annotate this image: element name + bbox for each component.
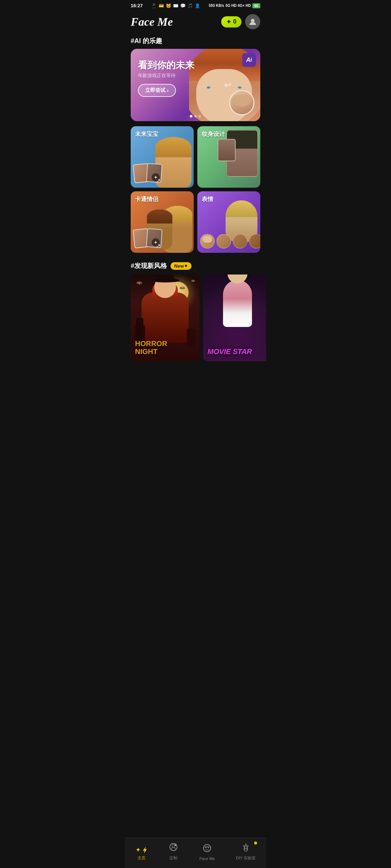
banner-dots	[190, 115, 201, 118]
dot-1	[190, 115, 193, 118]
banner-title: 看到你的未来	[138, 60, 194, 71]
network-type: 5G HD 4G+ HD	[226, 4, 251, 8]
status-time: 16:27	[131, 3, 143, 8]
future-baby-card[interactable]: 未来宝宝 + ↗	[131, 126, 194, 188]
emotion-faces-row	[200, 234, 260, 248]
horror-night-card[interactable]: 🦇 🦇 🦇 HORRORNIGHT	[131, 275, 199, 361]
try-now-button[interactable]: 立即尝试 ›	[138, 84, 176, 97]
coin-badge[interactable]: ✦ 0	[221, 16, 241, 27]
status-icons: 📱 💳 🐱 ✉️ 💬 🎵 👤	[151, 3, 200, 8]
status-right: 593 KB/s 5G HD 4G+ HD 95	[209, 3, 260, 8]
coin-star-icon: ✦	[226, 18, 231, 25]
battery-level: 95	[252, 3, 260, 8]
emo-face-1	[200, 234, 215, 248]
profile-button[interactable]	[245, 14, 260, 29]
movie-head	[228, 275, 248, 284]
mini-face-skin	[232, 95, 251, 106]
battery: 95	[252, 3, 260, 8]
mini-face-inner	[230, 91, 253, 114]
feature-cards-grid: 未来宝宝 + ↗ 纹身设计 卡通情侣	[131, 126, 260, 253]
network-speed: 593 KB/s	[209, 4, 224, 8]
movie-star-card[interactable]: Movie Star	[203, 275, 266, 361]
witch-hat-brim	[151, 278, 180, 282]
tattoo-card-label: 纹身设计	[202, 131, 225, 138]
status-bar: 16:27 📱 💳 🐱 ✉️ 💬 🎵 👤 593 KB/s 5G HD 4G+ …	[125, 0, 266, 11]
cartoon-couple-card[interactable]: 卡通情侣 + ↗	[131, 191, 194, 253]
cartoon-hair-2	[147, 209, 172, 224]
new-style-section: #发现新风格 New✦	[125, 256, 266, 273]
cartoon-photo-stack	[134, 229, 165, 249]
photo-stack	[134, 164, 165, 184]
svg-point-0	[251, 19, 255, 22]
person-icon	[249, 18, 257, 26]
dot-3	[199, 115, 201, 118]
tattoo-design-card[interactable]: 纹身设计	[197, 126, 260, 188]
cartoon-card-label: 卡通情侣	[135, 196, 158, 203]
ai-section-hash: #AI 的乐趣	[131, 37, 162, 44]
coin-count: 0	[233, 18, 236, 25]
emotion-card[interactable]: 表情	[197, 191, 260, 253]
bat-icon-1: 🦇	[136, 280, 142, 286]
horror-label: HORRORNIGHT	[135, 340, 167, 356]
baby-card-label: 未来宝宝	[135, 131, 158, 138]
arrow-icon: ›	[167, 88, 169, 93]
emo-face-4	[249, 234, 260, 248]
building-3	[187, 329, 196, 347]
movie-label: Movie Star	[207, 348, 252, 356]
movie-char-container	[212, 280, 263, 343]
bat-icon-3: 🦇	[191, 279, 195, 283]
emo-face-3	[233, 234, 247, 248]
new-badge: New✦	[171, 262, 192, 270]
ai-label: Ai	[246, 57, 252, 63]
emotion-hair	[226, 200, 257, 217]
app-title: Face Me	[131, 15, 173, 29]
witch-figure	[142, 285, 189, 343]
ai-badge: Ai	[242, 53, 256, 67]
cartoon-spiral-icon: ↗	[155, 242, 161, 250]
banner-content: 看到你的未来 年龄游戏正在等待 立即尝试 ›	[138, 60, 194, 97]
emotion-card-label: 表情	[202, 196, 213, 203]
baby-hair	[155, 137, 192, 157]
witch-body	[142, 293, 189, 343]
header-actions: ✦ 0	[221, 14, 260, 29]
movie-body	[223, 280, 252, 327]
banner-btn-label: 立即尝试	[145, 87, 165, 94]
emo-face-2	[216, 234, 231, 248]
age-game-banner[interactable]: 看到你的未来 年龄游戏正在等待 立即尝试 › Ai ↩	[131, 49, 260, 121]
style-cards-scroll[interactable]: 🦇 🦇 🦇 HORRORNIGHT	[125, 273, 266, 367]
banner-mini-face	[229, 90, 255, 115]
curve-arrow-icon: ↩	[224, 80, 231, 90]
app-header: Face Me ✦ 0	[125, 11, 266, 34]
dot-2	[194, 115, 197, 118]
new-style-title: #发现新风格	[131, 261, 167, 270]
ai-section-title: #AI 的乐趣	[125, 34, 266, 49]
tattoo-small-photo	[218, 139, 236, 161]
spiral-icon: ↗	[155, 177, 161, 185]
banner-subtitle: 年龄游戏正在等待	[138, 72, 194, 79]
